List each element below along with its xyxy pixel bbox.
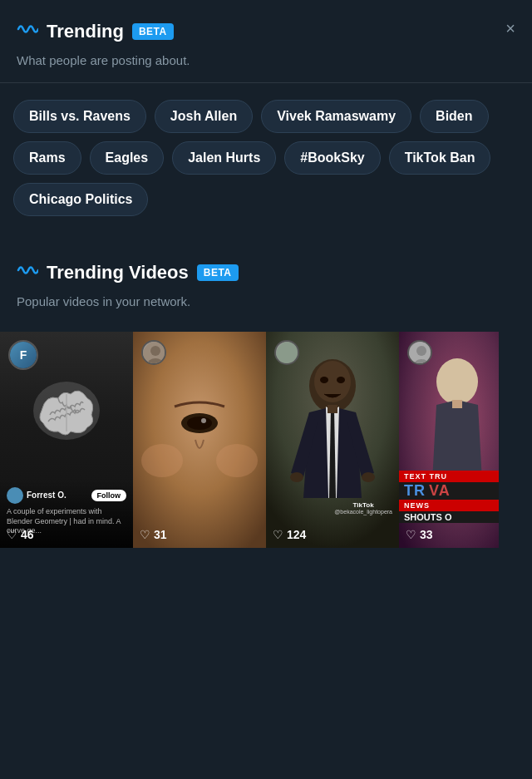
svg-point-8 (150, 346, 160, 356)
va-text: VA (429, 482, 451, 500)
avatar-card4 (407, 340, 432, 365)
svg-point-3 (187, 417, 212, 430)
tag-josh-allen[interactable]: Josh Allen (155, 100, 253, 133)
tiktok-logo-text: TikTok (334, 501, 392, 509)
svg-rect-15 (328, 405, 337, 413)
heart-count-card2: 31 (154, 528, 167, 541)
heart-row-card2: ♡ 31 (140, 528, 167, 541)
tr-text: TR (404, 482, 426, 500)
heart-icon-card1: ♡ (7, 528, 17, 541)
avatar-inner-card2 (143, 342, 165, 363)
card1-user-row: Forrest O. Follow (7, 487, 126, 504)
trending-videos-header: Trending Videos BETA (0, 241, 532, 291)
video-card-3[interactable]: TikTok @bekacole_lightopera ♡ 124 (266, 332, 399, 548)
heart-icon-card3: ♡ (273, 528, 283, 541)
card1-mini-avatar (7, 487, 23, 504)
svg-point-23 (416, 346, 426, 356)
divider-1 (0, 82, 532, 83)
svg-rect-21 (452, 400, 462, 408)
heart-count-card4: 33 (420, 528, 433, 541)
tag-vivek-ramaswamy[interactable]: Vivek Ramaswamy (261, 100, 411, 133)
svg-point-13 (320, 377, 328, 383)
heart-row-card4: ♡ 33 (406, 528, 433, 541)
avatar-card2 (141, 340, 166, 365)
avatar-card1: F (8, 340, 38, 370)
close-button[interactable]: × (505, 20, 515, 37)
avatar-inner-card3 (276, 342, 298, 363)
avatar-inner-card4 (409, 342, 431, 363)
news-overlay: TEXT TRU TR VA NEWS SHOUTS O (399, 471, 499, 523)
trending-wave-icon (17, 20, 38, 43)
text-tru-bar: TEXT TRU (399, 471, 499, 482)
brain-visual (25, 373, 108, 448)
video-card-2[interactable]: ♡ 31 (133, 332, 266, 548)
trending-videos-beta-badge: BETA (197, 264, 239, 281)
heart-icon-card4: ♡ (406, 528, 416, 541)
tags-container: Bills vs. Ravens Josh Allen Vivek Ramasw… (0, 91, 532, 233)
tiktok-handle: @bekacole_lightopera (334, 509, 392, 515)
trending-videos-subtitle: Popular videos in your network. (0, 291, 532, 323)
heart-count-card1: 46 (21, 528, 34, 541)
tag-jalen-hurts[interactable]: Jalen Hurts (172, 141, 276, 175)
trending-videos-wave-icon (17, 261, 38, 284)
svg-point-16 (290, 472, 303, 482)
follow-button-card1[interactable]: Follow (91, 490, 127, 501)
trending-title: Trending (47, 21, 124, 42)
avatar-card3 (274, 340, 299, 365)
svg-point-20 (436, 358, 478, 405)
tag-tiktok-ban[interactable]: TikTok Ban (389, 141, 491, 175)
shouts-label: SHOUTS O (399, 511, 499, 523)
news-label: NEWS (399, 500, 499, 511)
svg-point-6 (216, 444, 258, 477)
svg-point-5 (141, 444, 183, 477)
heart-count-card3: 124 (287, 528, 306, 541)
tag-eagles[interactable]: Eagles (90, 141, 165, 175)
tr-bar: TR VA (399, 482, 499, 500)
trending-subtitle: What people are posting about. (0, 50, 532, 82)
trending-videos-title: Trending Videos (47, 262, 189, 283)
tag-rams[interactable]: Rams (13, 141, 81, 175)
tag-bills-ravens[interactable]: Bills vs. Ravens (13, 100, 146, 133)
tag-booksky[interactable]: #BookSky (284, 141, 380, 175)
svg-point-14 (337, 377, 345, 383)
avatar-inner-card1: F (10, 342, 37, 368)
videos-row: F Forrest O. Follow (0, 332, 532, 548)
tiktok-watermark: TikTok @bekacole_lightopera (334, 501, 392, 515)
video-card-4[interactable]: TEXT TRU TR VA NEWS SHOUTS O ♡ 33 (399, 332, 499, 548)
svg-point-4 (201, 418, 206, 423)
card1-user-name: Forrest O. (27, 491, 88, 500)
trending-beta-badge: BETA (132, 23, 174, 40)
trending-videos-section: Trending Videos BETA Popular videos in y… (0, 241, 532, 548)
tag-biden[interactable]: Biden (420, 100, 488, 133)
video-card-1[interactable]: F Forrest O. Follow (0, 332, 133, 548)
trending-header: Trending BETA (0, 0, 532, 50)
heart-row-card1: ♡ 46 (7, 528, 34, 541)
tag-chicago-politics[interactable]: Chicago Politics (13, 183, 148, 216)
heart-icon-card2: ♡ (140, 528, 150, 541)
svg-point-17 (362, 472, 375, 482)
heart-row-card3: ♡ 124 (273, 528, 306, 541)
